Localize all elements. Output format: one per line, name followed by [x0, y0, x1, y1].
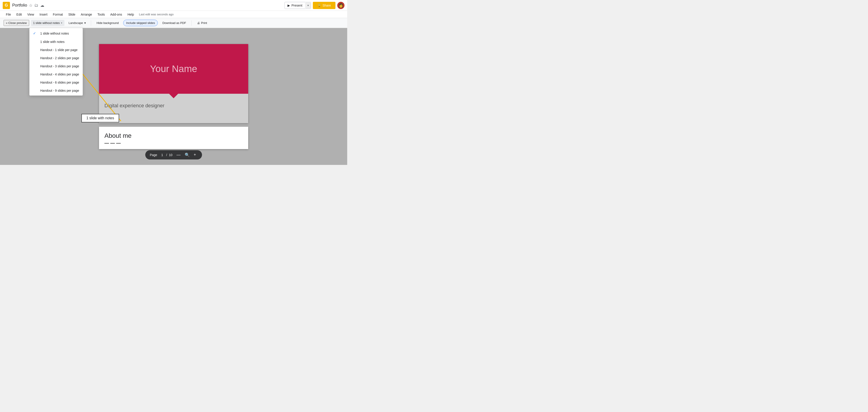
- app-icon-letter: G: [5, 3, 8, 8]
- landscape-arrow-icon: ▾: [84, 21, 86, 25]
- dropdown-item-label-5: Handout - 4 slides per page: [40, 72, 79, 76]
- dropdown-item-label-3: Handout - 2 slides per page: [40, 56, 79, 60]
- dropdown-item-0[interactable]: ✓ 1 slide without notes: [29, 29, 83, 38]
- menu-item-insert[interactable]: Insert: [37, 12, 50, 17]
- slide-main-title: Your Name: [150, 64, 197, 74]
- page-separator: /: [166, 153, 167, 157]
- share-label: Share: [322, 4, 331, 7]
- dropdown-item-3[interactable]: Handout - 2 slides per page: [29, 54, 83, 62]
- dropdown-item-label-4: Handout - 3 slides per page: [40, 64, 79, 68]
- layout-label: 1 slide without notes: [33, 21, 60, 25]
- menu-item-help[interactable]: Help: [125, 12, 136, 17]
- printer-icon: 🖨: [197, 21, 200, 25]
- slide-2: About me: [99, 127, 248, 149]
- current-page-input[interactable]: [160, 153, 164, 157]
- print-label: Print: [201, 21, 207, 25]
- dropdown-item-2[interactable]: Handout - 1 slide per page: [29, 46, 83, 54]
- last-edit-text: Last edit was seconds ago: [139, 13, 174, 16]
- app-icon: G: [3, 2, 10, 9]
- present-button[interactable]: ▶ Present: [285, 2, 305, 9]
- page-number-section: / 10: [160, 153, 172, 157]
- slide-about-title: About me: [104, 132, 243, 139]
- include-skipped-button[interactable]: Include skipped slides: [123, 20, 158, 26]
- dropdown-item-label-2: Handout - 1 slide per page: [40, 48, 78, 52]
- dropdown-item-6[interactable]: Handout - 6 slides per page: [29, 78, 83, 87]
- menu-item-view[interactable]: View: [25, 12, 36, 17]
- toolbar-divider2: [191, 20, 192, 26]
- total-pages: 10: [169, 153, 173, 157]
- dash-1: [104, 143, 109, 144]
- dropdown-item-label-0: 1 slide without notes: [40, 32, 69, 35]
- menu-item-arrange[interactable]: Arrange: [79, 12, 94, 17]
- slide-about-decoration: [104, 141, 243, 144]
- print-button[interactable]: 🖨 Print: [194, 20, 210, 26]
- layout-dropdown-menu: ✓ 1 slide without notes 1 slide with not…: [29, 28, 83, 96]
- present-arrow-button[interactable]: ▾: [306, 2, 311, 9]
- share-button[interactable]: 🔒 Share: [313, 2, 336, 9]
- lock-icon: 🔒: [317, 4, 321, 7]
- menu-item-format[interactable]: Format: [51, 12, 65, 17]
- layout-dropdown-button[interactable]: 1 slide without notes ▾: [31, 20, 65, 26]
- folder-icon[interactable]: 🗂: [34, 3, 38, 8]
- menu-item-edit[interactable]: Edit: [14, 12, 24, 17]
- dropdown-item-label-6: Handout - 6 slides per page: [40, 81, 79, 84]
- close-preview-button[interactable]: « Close preview: [4, 20, 29, 26]
- dropdown-item-4[interactable]: Handout - 3 slides per page: [29, 62, 83, 70]
- slide-subtitle: Digital experience designer: [104, 103, 164, 108]
- dropdown-item-1[interactable]: 1 slide with notes: [29, 38, 83, 46]
- page-label: Page: [150, 153, 157, 157]
- landscape-label: Landscape: [68, 21, 83, 25]
- title-icons: ☆ 🗂 ☁: [29, 3, 44, 8]
- page-next-button[interactable]: +: [192, 152, 197, 158]
- title-right: ▶ Present ▾ 🔒 Share 👩: [284, 2, 344, 9]
- slide-triangle-decoration: [169, 94, 178, 98]
- title-bar: G Portfolio ☆ 🗂 ☁ ▶ Present ▾ 🔒 Share 👩: [0, 0, 347, 11]
- avatar: 👩: [337, 2, 344, 9]
- dropdown-item-7[interactable]: Handout - 9 slides per page: [29, 87, 83, 95]
- menu-item-slide[interactable]: Slide: [66, 12, 78, 17]
- page-prev-button[interactable]: —: [175, 152, 182, 158]
- slide-1: Your Name Digital experience designer: [99, 44, 248, 123]
- hide-background-button[interactable]: Hide background: [94, 20, 121, 26]
- doc-title: Portfolio: [12, 3, 27, 8]
- menu-item-tools[interactable]: Tools: [95, 12, 107, 17]
- checkmark-icon: ✓: [33, 31, 37, 35]
- print-toolbar: « Close preview 1 slide without notes ▾ …: [0, 18, 347, 28]
- menu-item-addons[interactable]: Add-ons: [108, 12, 124, 17]
- landscape-button[interactable]: Landscape ▾: [66, 20, 88, 26]
- dropdown-item-5[interactable]: Handout - 4 slides per page: [29, 70, 83, 78]
- zoom-icon[interactable]: 🔍: [185, 152, 190, 158]
- dropdown-item-label-7: Handout - 9 slides per page: [40, 89, 79, 92]
- slide-top-section: Your Name: [99, 44, 248, 94]
- dropdown-item-label-1: 1 slide with notes: [40, 40, 64, 44]
- page-bar: Page / 10 — 🔍 +: [145, 150, 202, 160]
- dash-2: [110, 143, 115, 144]
- dash-3: [116, 143, 121, 144]
- cloud-icon[interactable]: ☁: [40, 3, 44, 8]
- menu-bar: File Edit View Insert Format Slide Arran…: [0, 11, 347, 18]
- star-icon[interactable]: ☆: [29, 3, 33, 8]
- menu-item-file[interactable]: File: [4, 12, 13, 17]
- present-icon: ▶: [287, 4, 290, 7]
- download-pdf-button[interactable]: Download as PDF: [160, 20, 189, 26]
- dropdown-arrow-icon: ▾: [61, 22, 62, 24]
- present-label: Present: [291, 4, 302, 7]
